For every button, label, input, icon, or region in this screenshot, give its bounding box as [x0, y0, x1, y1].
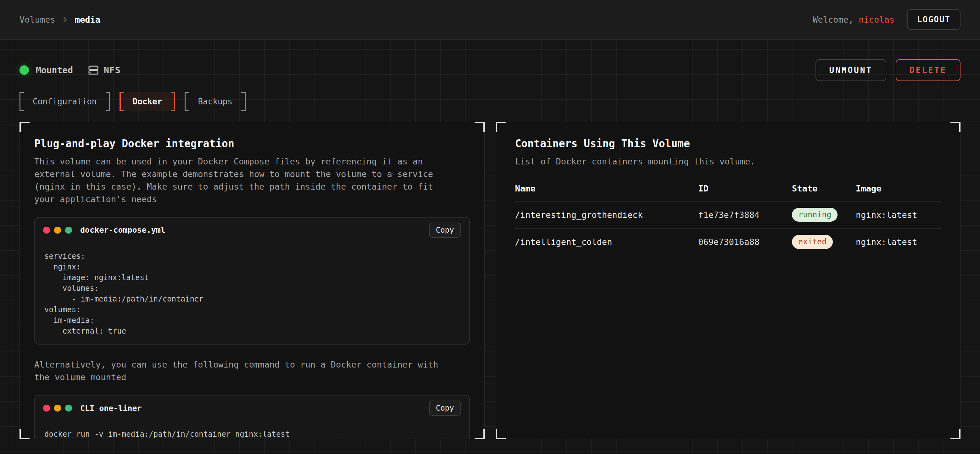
delete-button[interactable]: DELETE: [896, 59, 961, 81]
server-icon: [88, 65, 99, 75]
panels-row: Plug-and-play Docker integration This vo…: [19, 122, 961, 439]
tab-docker[interactable]: Docker: [119, 92, 175, 111]
volume-driver: NFS: [88, 65, 121, 75]
column-header-state: State: [792, 184, 856, 194]
code-block-filename: CLI one-liner: [80, 404, 142, 413]
tab-bracket-left: [19, 92, 24, 111]
mounted-status-label: Mounted: [36, 65, 73, 75]
panel-title: Plug-and-play Docker integration: [34, 137, 470, 150]
panel-title: Containers Using This Volume: [515, 137, 941, 150]
tab-bracket-left: [185, 92, 189, 111]
username: nicolas: [859, 15, 894, 24]
container-id: f1e73e7f3884: [698, 210, 792, 220]
column-header-image: Image: [856, 184, 941, 194]
tab-label: Backups: [189, 92, 241, 111]
topbar-right: Welcome, nicolas LOGOUT: [813, 9, 961, 30]
containers-panel: Containers Using This Volume List of Doc…: [496, 122, 961, 439]
panel-subtitle: List of Docker containers mounting this …: [515, 155, 932, 168]
panel-corner: [496, 429, 506, 439]
container-state-cell: running: [792, 208, 856, 222]
containers-table: Name ID State Image /interesting_grothen…: [515, 184, 941, 255]
chevron-right-icon: [61, 16, 69, 24]
container-id: 069e73016a88: [698, 237, 792, 247]
traffic-light-dots: [43, 405, 72, 411]
yellow-dot-icon: [54, 227, 61, 233]
panel-corner: [950, 429, 961, 439]
tab-bracket-right: [106, 92, 110, 111]
green-dot-icon: [65, 227, 72, 233]
status-badge: exited: [792, 235, 833, 249]
code-block-header: docker-compose.yml Copy: [35, 217, 469, 243]
topbar: Volumes media Welcome, nicolas LOGOUT: [0, 0, 980, 40]
welcome-text: Welcome, nicolas: [813, 15, 894, 24]
table-row: /intelligent_colden 069e73016a88 exited …: [515, 228, 941, 255]
cli-code-block: CLI one-liner Copy docker run -v im-medi…: [34, 395, 470, 438]
red-dot-icon: [43, 227, 50, 233]
breadcrumb: Volumes media: [19, 15, 100, 24]
driver-label: NFS: [104, 65, 121, 75]
breadcrumb-volumes-link[interactable]: Volumes: [19, 15, 55, 24]
tab-bar: Configuration Docker Backups: [19, 92, 961, 111]
container-name: /interesting_grothendieck: [515, 210, 698, 220]
green-dot-icon: [65, 405, 72, 411]
docker-integration-panel: Plug-and-play Docker integration This vo…: [19, 122, 485, 439]
container-state-cell: exited: [792, 235, 856, 249]
container-image: nginx:latest: [856, 237, 941, 247]
mounted-status-dot: [19, 65, 29, 75]
tab-label: Configuration: [24, 92, 106, 111]
panel-corner: [474, 429, 485, 439]
table-row: /interesting_grothendieck f1e73e7f3884 r…: [515, 201, 941, 228]
copy-cli-button[interactable]: Copy: [429, 400, 461, 416]
panel-corner: [474, 122, 485, 132]
compose-code: services: nginx: image: nginx:latest vol…: [35, 243, 469, 344]
code-block-filename: docker-compose.yml: [80, 225, 165, 235]
yellow-dot-icon: [54, 405, 61, 411]
logout-button[interactable]: LOGOUT: [907, 9, 961, 30]
copy-compose-button[interactable]: Copy: [429, 222, 461, 238]
compose-code-block: docker-compose.yml Copy services: nginx:…: [34, 217, 470, 345]
red-dot-icon: [43, 405, 50, 411]
status-row: Mounted NFS UNMOUNT DELETE: [19, 40, 961, 81]
cli-code: docker run -v im-media:/path/in/containe…: [35, 421, 469, 438]
panel-corner: [19, 122, 30, 132]
panel-corner: [19, 429, 30, 439]
tab-bracket-left: [119, 92, 124, 111]
panel-description: This volume can be used in your Docker C…: [34, 155, 451, 206]
tab-backups[interactable]: Backups: [185, 92, 246, 111]
traffic-light-dots: [43, 227, 72, 233]
welcome-prefix: Welcome,: [813, 15, 854, 24]
table-header-row: Name ID State Image: [515, 184, 941, 201]
panel-corner: [496, 122, 506, 132]
main-content: Mounted NFS UNMOUNT DELETE Configuration…: [0, 40, 980, 453]
tab-bracket-right: [171, 92, 175, 111]
code-block-header: CLI one-liner Copy: [35, 395, 469, 421]
container-name: /intelligent_colden: [515, 237, 698, 247]
tab-bracket-right: [241, 92, 246, 111]
column-header-id: ID: [698, 184, 792, 194]
container-image: nginx:latest: [856, 210, 941, 220]
status-badge: running: [792, 208, 838, 222]
breadcrumb-current-page: media: [75, 15, 100, 24]
unmount-button[interactable]: UNMOUNT: [816, 59, 886, 81]
panel-corner: [950, 122, 961, 132]
tab-configuration[interactable]: Configuration: [19, 92, 110, 111]
column-header-name: Name: [515, 184, 698, 194]
tab-label: Docker: [124, 92, 171, 111]
cli-alternative-text: Alternatively, you can use the following…: [34, 359, 451, 384]
